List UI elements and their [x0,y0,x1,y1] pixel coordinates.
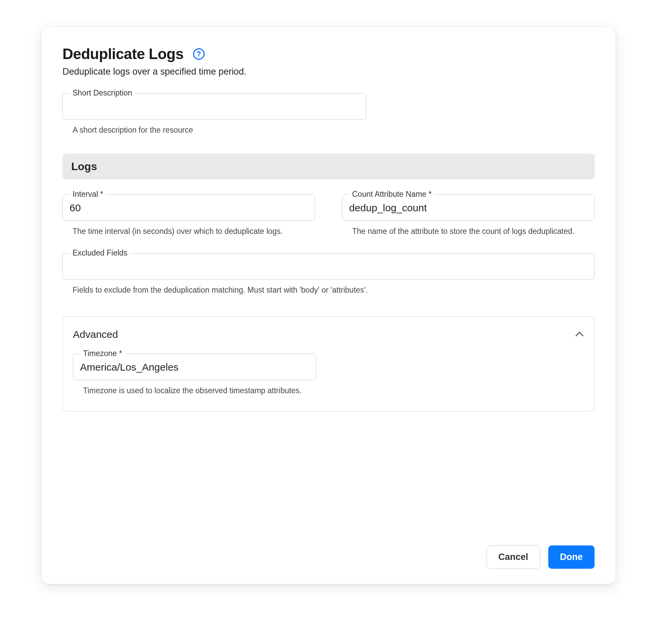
excluded-fields-field-wrap: Excluded Fields [63,253,594,279]
dialog-subtitle: Deduplicate logs over a specified time p… [63,67,594,77]
excluded-fields-input[interactable] [63,253,594,279]
interval-label: Interval * [70,190,106,199]
advanced-title: Advanced [73,329,118,340]
count-attr-helper: The name of the attribute to store the c… [352,226,594,237]
timezone-helper: Timezone is used to localize the observe… [83,385,316,397]
short-description-field-wrap: Short Description [63,93,366,119]
done-button[interactable]: Done [548,546,595,569]
count-attr-field-wrap: Count Attribute Name * [342,194,594,221]
excluded-fields-label: Excluded Fields [70,249,130,257]
excluded-fields-helper: Fields to exclude from the deduplication… [73,284,594,296]
dialog-header: Deduplicate Logs ? [63,46,594,63]
timezone-label: Timezone * [81,349,124,358]
short-description-helper: A short description for the resource [73,124,366,136]
section-logs-header: Logs [63,154,594,180]
dialog-card: Deduplicate Logs ? Deduplicate logs over… [42,27,615,584]
advanced-toggle[interactable]: Advanced [73,329,584,340]
count-attr-label: Count Attribute Name * [349,190,434,199]
interval-helper: The time interval (in seconds) over whic… [73,226,315,237]
help-circle-icon[interactable]: ? [193,48,205,60]
cancel-button[interactable]: Cancel [486,546,540,569]
short-description-label: Short Description [70,89,135,97]
dialog-title: Deduplicate Logs [63,46,184,63]
advanced-section: Advanced Timezone * Timezone is used to … [63,316,594,412]
chevron-up-icon [575,330,584,339]
timezone-field-wrap: Timezone * [73,354,316,380]
dialog-footer: Cancel Done [63,525,594,569]
interval-field-wrap: Interval * [63,194,315,221]
